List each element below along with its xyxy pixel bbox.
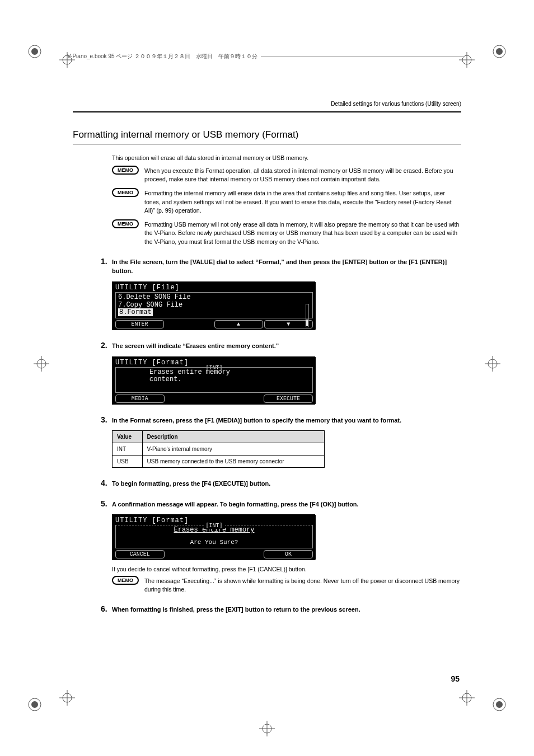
step-1: 1. In the File screen, turn the [VALUE] … (101, 257, 461, 276)
memo-text: When you execute this Format operation, … (144, 167, 461, 184)
registration-mark-icon (34, 356, 49, 372)
lcd-softkey-blank (215, 395, 263, 403)
lcd-softkey-blank (166, 395, 214, 403)
step-text: To begin formatting, press the [F4 (EXEC… (112, 479, 461, 489)
lcd-body-line: content. (149, 376, 310, 384)
memo-block: MEMO The message “Executing...” is shown… (112, 577, 461, 594)
step-text: In the Format screen, press the [F1 (MED… (112, 416, 461, 425)
svg-point-7 (496, 701, 503, 708)
memo-block: MEMO When you execute this Format operat… (112, 167, 461, 184)
registration-mark-icon (259, 721, 275, 736)
step-number: 1. (101, 257, 112, 266)
step-number: 4. (101, 479, 112, 487)
lcd-softkey-execute: EXECUTE (264, 395, 313, 403)
svg-point-1 (31, 48, 38, 55)
memo-badge: MEMO (112, 219, 139, 228)
memo-badge: MEMO (112, 166, 139, 175)
lcd-softkey-blank (166, 550, 214, 558)
lcd-softkey-blank (215, 550, 263, 558)
lcd-scrollbar (306, 304, 309, 327)
memo-badge: MEMO (112, 188, 139, 197)
lcd-line: 6.Delete SONG File (118, 294, 310, 302)
step-3: 3. In the Format screen, press the [F1 (… (101, 416, 461, 425)
registration-mark-icon (59, 690, 75, 706)
header-rule (261, 57, 463, 57)
table-header: Description (142, 431, 324, 443)
lcd-softkey-blank (165, 320, 213, 328)
step-text: A confirmation message will appear. To b… (112, 500, 461, 509)
table-cell: V-Piano's internal memory (142, 443, 324, 456)
chapter-rule (73, 111, 461, 112)
step-text: In the File screen, turn the [VALUE] dia… (112, 257, 461, 276)
chapter-header: Detailed settings for various functions … (73, 101, 461, 107)
memo-badge: MEMO (112, 576, 139, 585)
book-page-info: V-Piano_e.book 95 ページ ２００９年１月２８日 水曜日 午前９… (67, 53, 257, 60)
table-row: USB USB memory connected to the USB memo… (113, 456, 325, 468)
lcd-subtitle: [INT] (203, 523, 224, 529)
step-number: 5. (101, 500, 112, 508)
step-number: 6. (101, 605, 112, 613)
cancel-note: If you decide to cancel without formatti… (112, 566, 461, 572)
step-4: 4. To begin formatting, press the [F4 (E… (101, 479, 461, 489)
lcd-screenshot-confirm: UTILITY [Format] [INT] Erases entire mem… (112, 514, 315, 560)
step-6: 6. When formatting is finished, press th… (101, 605, 461, 614)
lcd-body-line: Erases entire memory (149, 369, 310, 377)
lcd-line-selected: 8.Format (118, 308, 153, 316)
registration-mark-icon (459, 690, 475, 706)
lcd-confirm-message: Are You Sure? (118, 539, 310, 546)
svg-point-5 (31, 701, 38, 708)
page-number: 95 (451, 674, 460, 683)
section-rule (73, 144, 461, 144)
step-2: 2. The screen will indicate “Erases enti… (101, 341, 461, 351)
memo-block: MEMO Formatting the internal memory will… (112, 189, 461, 215)
crop-mark-icon (491, 44, 507, 59)
table-cell: USB (113, 456, 143, 468)
memo-text: Formatting USB memory will not only eras… (144, 220, 461, 246)
svg-point-3 (496, 48, 503, 55)
lcd-line: 7.Copy SONG File (118, 302, 310, 309)
value-table: Value Description INT V-Piano's internal… (112, 430, 325, 468)
step-5: 5. A confirmation message will appear. T… (101, 500, 461, 509)
step-number: 2. (101, 341, 112, 350)
lcd-softkey-enter: ENTER (115, 320, 164, 328)
memo-text: Formatting the internal memory will eras… (144, 189, 461, 215)
registration-mark-icon (485, 356, 500, 372)
crop-mark-icon (27, 697, 43, 712)
print-header: V-Piano_e.book 95 ページ ２００９年１月２８日 水曜日 午前９… (67, 51, 467, 62)
step-text: When formatting is finished, press the [… (112, 605, 461, 614)
lcd-softkey-up: ▲ (214, 320, 263, 328)
lcd-screenshot-format: UTILITY [Format] [INT] Erases entire mem… (112, 356, 315, 405)
lcd-softkey-ok: OK (264, 550, 313, 558)
crop-mark-icon (491, 697, 507, 712)
memo-text: The message “Executing...” is shown whil… (144, 577, 461, 594)
intro-text: This operation will erase all data store… (112, 154, 461, 161)
lcd-title: UTILITY [File] (115, 284, 313, 292)
memo-block: MEMO Formatting USB memory will not only… (112, 220, 461, 246)
lcd-screenshot-file: UTILITY [File] 6.Delete SONG File 7.Copy… (112, 281, 315, 330)
section-title: Formatting internal memory or USB memory… (73, 129, 461, 140)
lcd-softkey-media: MEDIA (115, 395, 165, 403)
table-header: Value (113, 431, 143, 443)
table-row: INT V-Piano's internal memory (113, 443, 325, 456)
table-cell: INT (113, 443, 143, 456)
step-text: The screen will indicate “Erases entire … (112, 341, 461, 351)
lcd-softkey-cancel: CANCEL (115, 550, 165, 558)
step-number: 3. (101, 416, 112, 424)
table-cell: USB memory connected to the USB memory c… (142, 456, 324, 468)
crop-mark-icon (27, 44, 43, 59)
